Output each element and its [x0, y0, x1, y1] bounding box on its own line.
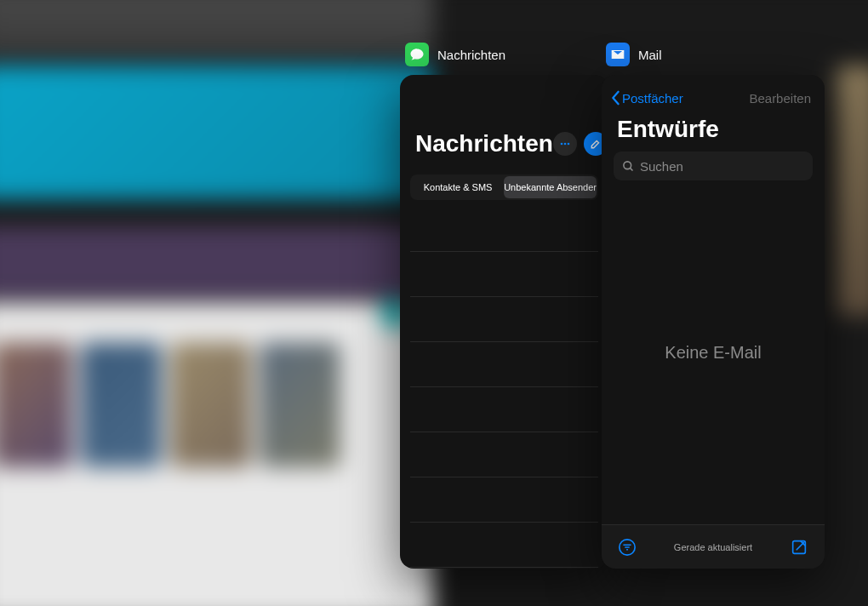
mail-app-icon: [606, 43, 630, 66]
svg-point-1: [563, 143, 566, 146]
svg-point-0: [560, 143, 562, 146]
app-label-text: Nachrichten: [437, 48, 505, 62]
list-item[interactable]: [410, 432, 598, 477]
empty-state: Keine E-Mail: [602, 180, 825, 524]
app-label-messages: Nachrichten: [405, 43, 505, 66]
messages-title: Nachrichten: [415, 130, 553, 157]
svg-point-2: [567, 143, 569, 146]
list-item[interactable]: [410, 523, 598, 568]
more-button[interactable]: [553, 132, 577, 156]
messages-app-card[interactable]: Nachrichten Kontakte & SMS Unbekannte Ab…: [400, 75, 608, 569]
edit-button[interactable]: Bearbeiten: [749, 91, 811, 106]
app-label-mail: Mail: [606, 43, 662, 66]
segment-contacts[interactable]: Kontakte & SMS: [412, 176, 504, 198]
back-button[interactable]: Postfächer: [610, 90, 683, 106]
segment-unknown[interactable]: Unbekannte Absender: [504, 176, 597, 198]
search-input[interactable]: Suchen: [614, 152, 813, 180]
list-item[interactable]: [410, 207, 598, 252]
conversation-list: [400, 207, 608, 568]
list-item[interactable]: [410, 297, 598, 342]
mail-title: Entwürfe: [602, 112, 825, 152]
search-placeholder: Suchen: [640, 159, 683, 174]
svg-point-3: [624, 161, 631, 169]
mail-app-card[interactable]: Postfächer Bearbeiten Entwürfe Suchen Ke…: [602, 75, 825, 569]
list-item[interactable]: [410, 387, 598, 432]
list-item[interactable]: [410, 342, 598, 387]
app-label-text: Mail: [638, 48, 662, 62]
chevron-left-icon: [610, 90, 620, 106]
filter-button[interactable]: [617, 537, 637, 557]
list-item[interactable]: [410, 477, 598, 523]
messages-app-icon: [405, 43, 429, 66]
list-item[interactable]: [410, 252, 598, 297]
back-label: Postfächer: [622, 91, 683, 106]
search-icon: [622, 160, 635, 173]
sync-status: Gerade aktualisiert: [674, 542, 752, 552]
mail-toolbar: Gerade aktualisiert: [602, 524, 825, 569]
compose-button[interactable]: [789, 537, 809, 557]
filter-segmented-control[interactable]: Kontakte & SMS Unbekannte Absender: [410, 174, 598, 200]
